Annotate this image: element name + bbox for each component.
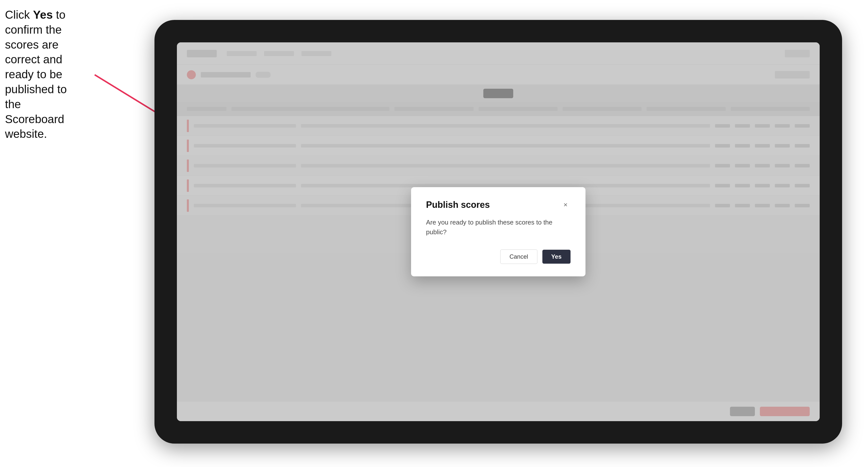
tablet-device: Publish scores × Are you ready to publis… [154,20,842,443]
modal-title: Publish scores [426,199,490,210]
modal-header: Publish scores × [426,199,570,210]
modal-footer: Cancel Yes [426,249,570,264]
tablet-screen: Publish scores × Are you ready to publis… [177,42,820,421]
yes-button[interactable]: Yes [542,250,570,263]
modal-close-button[interactable]: × [561,200,570,210]
publish-scores-modal: Publish scores × Are you ready to publis… [411,187,586,276]
modal-body-text: Are you ready to publish these scores to… [426,218,570,237]
instruction-suffix: to confirm the scores are correct and re… [5,8,67,140]
instruction-prefix: Click [5,8,33,21]
modal-overlay: Publish scores × Are you ready to publis… [177,42,820,421]
instruction-text: Click Yes to confirm the scores are corr… [5,7,75,142]
instruction-bold: Yes [33,8,53,21]
cancel-button[interactable]: Cancel [500,249,537,264]
